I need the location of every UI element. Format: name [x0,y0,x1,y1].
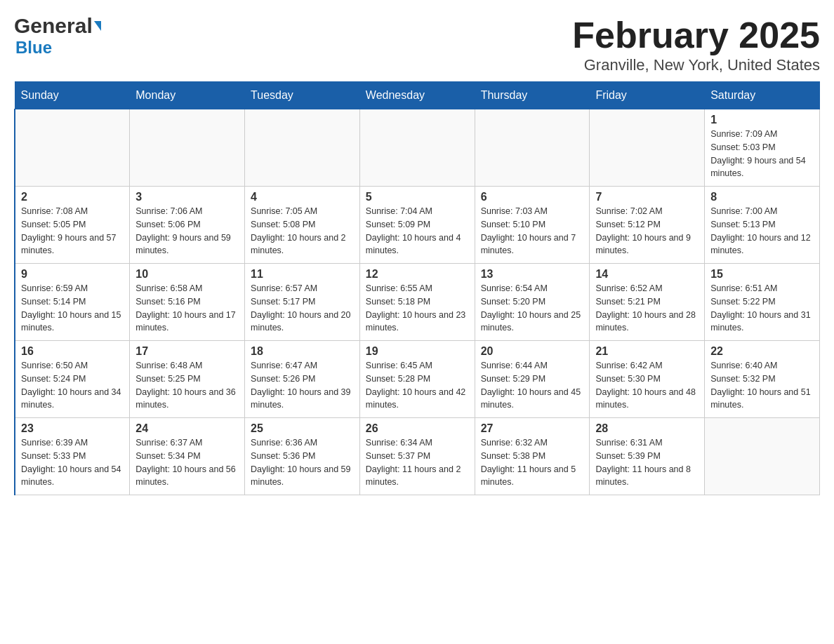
day-info: Sunrise: 6:36 AM Sunset: 5:36 PM Dayligh… [251,436,354,489]
day-number: 12 [366,268,469,281]
column-header-friday: Friday [590,82,705,109]
calendar-cell: 26Sunrise: 6:34 AM Sunset: 5:37 PM Dayli… [359,418,475,495]
calendar-cell: 7Sunrise: 7:02 AM Sunset: 5:12 PM Daylig… [590,187,705,264]
calendar-title: February 2025 [572,14,820,56]
day-number: 28 [595,422,699,435]
calendar-cell: 12Sunrise: 6:55 AM Sunset: 5:18 PM Dayli… [359,264,475,341]
day-number: 26 [366,422,469,435]
day-number: 7 [595,191,699,203]
logo-text-general: General [14,14,93,38]
day-info: Sunrise: 6:51 AM Sunset: 5:22 PM Dayligh… [710,282,814,335]
day-info: Sunrise: 6:44 AM Sunset: 5:29 PM Dayligh… [481,359,584,412]
day-info: Sunrise: 6:31 AM Sunset: 5:39 PM Dayligh… [595,436,699,489]
day-number: 22 [710,345,814,358]
calendar-cell: 20Sunrise: 6:44 AM Sunset: 5:29 PM Dayli… [475,341,590,418]
column-header-thursday: Thursday [475,82,590,109]
day-number: 1 [710,114,814,126]
calendar-cell: 25Sunrise: 6:36 AM Sunset: 5:36 PM Dayli… [245,418,360,495]
calendar-cell: 11Sunrise: 6:57 AM Sunset: 5:17 PM Dayli… [245,264,360,341]
calendar-cell: 15Sunrise: 6:51 AM Sunset: 5:22 PM Dayli… [705,264,820,341]
day-info: Sunrise: 6:57 AM Sunset: 5:17 PM Dayligh… [251,282,354,335]
calendar-cell: 6Sunrise: 7:03 AM Sunset: 5:10 PM Daylig… [475,187,590,264]
calendar-cell: 24Sunrise: 6:37 AM Sunset: 5:34 PM Dayli… [130,418,245,495]
title-block: February 2025 Granville, New York, Unite… [572,14,820,74]
calendar-cell: 22Sunrise: 6:40 AM Sunset: 5:32 PM Dayli… [705,341,820,418]
day-info: Sunrise: 6:34 AM Sunset: 5:37 PM Dayligh… [366,436,469,489]
day-info: Sunrise: 7:03 AM Sunset: 5:10 PM Dayligh… [481,205,584,257]
day-number: 24 [135,422,239,435]
calendar-cell: 3Sunrise: 7:06 AM Sunset: 5:06 PM Daylig… [130,187,245,264]
day-info: Sunrise: 7:00 AM Sunset: 5:13 PM Dayligh… [710,205,814,257]
calendar-cell: 9Sunrise: 6:59 AM Sunset: 5:14 PM Daylig… [15,264,130,341]
calendar-cell [15,109,130,187]
day-info: Sunrise: 6:50 AM Sunset: 5:24 PM Dayligh… [21,359,124,412]
calendar-cell [590,109,705,187]
day-info: Sunrise: 6:58 AM Sunset: 5:16 PM Dayligh… [135,282,239,335]
day-number: 6 [481,191,584,203]
calendar-cell: 19Sunrise: 6:45 AM Sunset: 5:28 PM Dayli… [359,341,475,418]
calendar-header-row: SundayMondayTuesdayWednesdayThursdayFrid… [15,82,820,109]
calendar-week-row: 23Sunrise: 6:39 AM Sunset: 5:33 PM Dayli… [15,418,820,495]
calendar-cell: 4Sunrise: 7:05 AM Sunset: 5:08 PM Daylig… [245,187,360,264]
day-info: Sunrise: 6:45 AM Sunset: 5:28 PM Dayligh… [366,359,469,412]
calendar-cell [359,109,475,187]
calendar-cell: 18Sunrise: 6:47 AM Sunset: 5:26 PM Dayli… [245,341,360,418]
calendar-cell: 17Sunrise: 6:48 AM Sunset: 5:25 PM Dayli… [130,341,245,418]
day-number: 8 [710,191,814,203]
calendar-cell: 28Sunrise: 6:31 AM Sunset: 5:39 PM Dayli… [590,418,705,495]
column-header-tuesday: Tuesday [245,82,360,109]
day-number: 15 [710,268,814,281]
calendar-cell: 10Sunrise: 6:58 AM Sunset: 5:16 PM Dayli… [130,264,245,341]
day-info: Sunrise: 7:02 AM Sunset: 5:12 PM Dayligh… [595,205,699,257]
calendar-cell [475,109,590,187]
calendar-cell [130,109,245,187]
calendar-cell: 5Sunrise: 7:04 AM Sunset: 5:09 PM Daylig… [359,187,475,264]
calendar-week-row: 2Sunrise: 7:08 AM Sunset: 5:05 PM Daylig… [15,187,820,264]
calendar-cell [705,418,820,495]
day-number: 10 [135,268,239,281]
day-info: Sunrise: 7:06 AM Sunset: 5:06 PM Dayligh… [135,205,239,257]
calendar-week-row: 1Sunrise: 7:09 AM Sunset: 5:03 PM Daylig… [15,109,820,187]
logo: General Blue [14,14,101,58]
calendar-table: SundayMondayTuesdayWednesdayThursdayFrid… [14,81,820,495]
day-info: Sunrise: 6:55 AM Sunset: 5:18 PM Dayligh… [366,282,469,335]
page-header: General Blue February 2025 Granville, Ne… [14,14,820,74]
day-number: 19 [366,345,469,358]
calendar-subtitle: Granville, New York, United States [572,56,820,74]
day-info: Sunrise: 6:48 AM Sunset: 5:25 PM Dayligh… [135,359,239,412]
day-info: Sunrise: 7:08 AM Sunset: 5:05 PM Dayligh… [21,205,124,257]
day-info: Sunrise: 6:37 AM Sunset: 5:34 PM Dayligh… [135,436,239,489]
calendar-cell: 14Sunrise: 6:52 AM Sunset: 5:21 PM Dayli… [590,264,705,341]
column-header-wednesday: Wednesday [359,82,475,109]
day-number: 20 [481,345,584,358]
calendar-cell: 2Sunrise: 7:08 AM Sunset: 5:05 PM Daylig… [15,187,130,264]
day-info: Sunrise: 7:09 AM Sunset: 5:03 PM Dayligh… [710,128,814,180]
day-info: Sunrise: 6:59 AM Sunset: 5:14 PM Dayligh… [21,282,124,335]
logo-arrow-icon [94,21,101,31]
day-number: 9 [21,268,124,281]
column-header-saturday: Saturday [705,82,820,109]
day-info: Sunrise: 6:32 AM Sunset: 5:38 PM Dayligh… [481,436,584,489]
column-header-monday: Monday [130,82,245,109]
calendar-week-row: 9Sunrise: 6:59 AM Sunset: 5:14 PM Daylig… [15,264,820,341]
day-number: 23 [21,422,124,435]
calendar-cell: 27Sunrise: 6:32 AM Sunset: 5:38 PM Dayli… [475,418,590,495]
column-header-sunday: Sunday [15,82,130,109]
logo-text-blue: Blue [15,38,52,58]
day-info: Sunrise: 6:54 AM Sunset: 5:20 PM Dayligh… [481,282,584,335]
calendar-cell: 16Sunrise: 6:50 AM Sunset: 5:24 PM Dayli… [15,341,130,418]
day-number: 13 [481,268,584,281]
day-info: Sunrise: 7:04 AM Sunset: 5:09 PM Dayligh… [366,205,469,257]
day-number: 3 [135,191,239,203]
calendar-cell: 21Sunrise: 6:42 AM Sunset: 5:30 PM Dayli… [590,341,705,418]
day-number: 21 [595,345,699,358]
day-number: 14 [595,268,699,281]
day-number: 17 [135,345,239,358]
day-info: Sunrise: 6:39 AM Sunset: 5:33 PM Dayligh… [21,436,124,489]
calendar-cell: 1Sunrise: 7:09 AM Sunset: 5:03 PM Daylig… [705,109,820,187]
day-number: 25 [251,422,354,435]
calendar-cell: 13Sunrise: 6:54 AM Sunset: 5:20 PM Dayli… [475,264,590,341]
day-number: 18 [251,345,354,358]
calendar-week-row: 16Sunrise: 6:50 AM Sunset: 5:24 PM Dayli… [15,341,820,418]
day-info: Sunrise: 6:52 AM Sunset: 5:21 PM Dayligh… [595,282,699,335]
